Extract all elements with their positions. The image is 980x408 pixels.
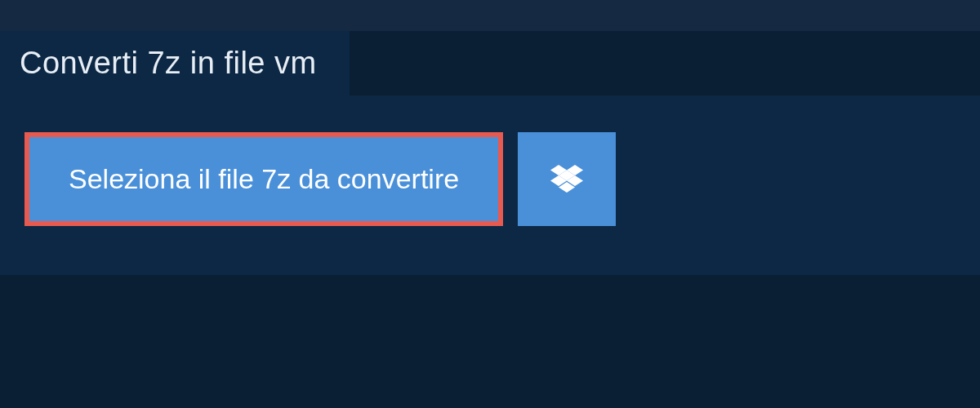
select-file-button[interactable]: Seleziona il file 7z da convertire	[24, 132, 503, 226]
select-file-label: Seleziona il file 7z da convertire	[69, 163, 459, 195]
content-panel: Seleziona il file 7z da convertire	[0, 95, 980, 275]
dropbox-button[interactable]	[518, 132, 616, 226]
page-tab: Converti 7z in file vm	[0, 31, 350, 95]
bottom-area	[0, 275, 980, 408]
top-bar	[0, 0, 980, 31]
page-title: Converti 7z in file vm	[20, 46, 317, 81]
dropbox-icon	[550, 165, 583, 194]
button-row: Seleziona il file 7z da convertire	[24, 132, 956, 226]
